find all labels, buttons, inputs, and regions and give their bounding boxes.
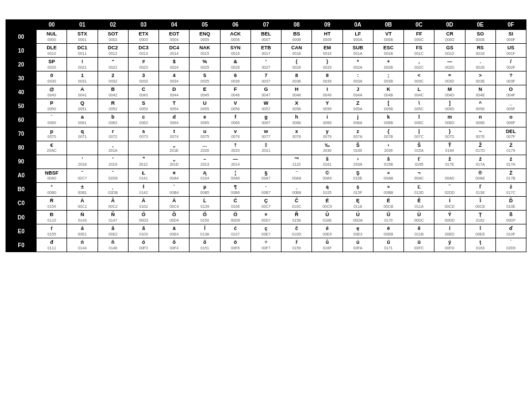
cell-40-10: J004A xyxy=(342,85,373,99)
cell-F0-6: ö00F6 xyxy=(220,238,250,252)
cell-50-8: X0058 xyxy=(282,99,312,113)
cell-60-2: b0062 xyxy=(98,113,128,127)
table-row: 70p0070q0071r0072s0073t0074u0075v0076w00… xyxy=(6,127,526,141)
cell-50-15: _005F xyxy=(495,99,526,113)
cell-00-14: SO000E xyxy=(465,30,495,44)
cell-20-13: —002D xyxy=(434,58,465,71)
cell-F0-4: ô00F4 xyxy=(159,238,190,252)
cell-20-8: (0028 xyxy=(282,58,312,71)
col-header-0D: 0D xyxy=(434,20,465,30)
cell-A0-11: «00AB xyxy=(373,168,403,182)
col-header-0E: 0E xyxy=(465,20,495,30)
cell-90-2: '2019 xyxy=(98,155,128,168)
cell-50-2: R0052 xyxy=(98,99,128,113)
cell-50-13: ]005D xyxy=(434,99,465,113)
cell-40-8: H0048 xyxy=(282,85,312,99)
cell-E0-3: ă0103 xyxy=(128,224,158,238)
cell-60-10: j006A xyxy=(342,113,373,127)
cell-00-7: BEL0007 xyxy=(250,30,281,44)
cell-30-8: 80038 xyxy=(282,71,312,85)
cell-40-4: D0044 xyxy=(159,85,190,99)
cell-00-5: ENQ0005 xyxy=(190,30,220,44)
cell-B0-4: ´00B4 xyxy=(159,182,190,196)
cell-50-12: \005C xyxy=(404,99,434,113)
row-header-50: 50 xyxy=(6,99,37,113)
cell-90-0 xyxy=(37,155,67,168)
cell-C0-9: É00C9 xyxy=(312,196,342,210)
cell-10-4: DC40014 xyxy=(159,44,190,58)
cell-A0-14: ®00AE xyxy=(465,168,495,182)
cell-10-10: SUB001A xyxy=(342,44,373,58)
cell-C0-2: Â00C2 xyxy=(98,196,128,210)
cell-60-9: i0069 xyxy=(312,113,342,127)
cell-70-12: |007C xyxy=(404,127,434,141)
cell-E0-1: á00E1 xyxy=(67,224,98,238)
cell-E0-4: ä00E4 xyxy=(159,224,190,238)
cell-30-1: 10031 xyxy=(67,71,98,85)
cell-20-4: $0024 xyxy=(159,58,190,71)
cell-30-3: 30033 xyxy=(128,71,158,85)
cell-90-12: ť0165 xyxy=(404,155,434,168)
cell-80-5: …2026 xyxy=(190,141,220,155)
cell-80-4: „201E xyxy=(159,141,190,155)
cell-40-0: @0040 xyxy=(37,85,67,99)
cell-60-14: n006E xyxy=(465,113,495,127)
table-row: 80€20AC‚201A„201E…2026†2020‡2021‰2030Š01… xyxy=(6,141,526,155)
cell-10-1: DC10011 xyxy=(67,44,98,58)
cell-20-7: '0027 xyxy=(250,58,281,71)
table-row: E0ŕ0155á00E1â00E2ă0103ä00E4ĺ013Ać0107ç00… xyxy=(6,224,526,238)
col-header-05: 05 xyxy=(190,20,220,30)
cell-20-15: /002F xyxy=(495,58,526,71)
cell-C0-5: Ĺ0139 xyxy=(190,196,220,210)
col-header-03: 03 xyxy=(128,20,158,30)
cell-70-9: y0079 xyxy=(312,127,342,141)
cell-C0-4: Ä00C4 xyxy=(159,196,190,210)
cell-20-1: !0021 xyxy=(67,58,98,71)
cell-20-5: %0025 xyxy=(190,58,220,71)
cell-40-5: E0045 xyxy=(190,85,220,99)
col-header-04: 04 xyxy=(159,20,190,30)
cell-40-13: M004D xyxy=(434,85,465,99)
cell-90-4: „201D xyxy=(159,155,190,168)
row-header-E0: E0 xyxy=(6,224,37,238)
row-header-C0: C0 xyxy=(6,196,37,210)
cell-E0-0: ŕ0155 xyxy=(37,224,67,238)
cell-60-11: k006B xyxy=(373,113,403,127)
cell-40-9: I0049 xyxy=(312,85,342,99)
cell-F0-8: ř0159 xyxy=(282,238,312,252)
cell-80-2: ‚201A xyxy=(98,141,128,155)
cell-10-8: CAN0018 xyxy=(282,44,312,58)
cell-A0-5: Ą0104 xyxy=(190,168,220,182)
table-row: 40@0040A0041B0042C0043D0044E0045F0046G00… xyxy=(6,85,526,99)
cell-20-2: "0022 xyxy=(98,58,128,71)
table-row: 20SP0020!0021"0022#0023$0024%0025&0026'0… xyxy=(6,58,526,71)
col-header-02: 02 xyxy=(98,20,128,30)
cell-10-6: SYN0016 xyxy=(220,44,250,58)
cell-F0-0: đ0111 xyxy=(37,238,67,252)
cell-80-14: Ž017D xyxy=(465,141,495,155)
cell-C0-15: Ď010E xyxy=(495,196,526,210)
cell-80-6: †2020 xyxy=(220,141,250,155)
cell-70-14: ~007E xyxy=(465,127,495,141)
cell-30-9: 90039 xyxy=(312,71,342,85)
cell-60-12: l006C xyxy=(404,113,434,127)
cell-B0-8: ¸00B8 xyxy=(282,182,312,196)
row-header-A0: A0 xyxy=(6,168,37,182)
cell-F0-9: ů016F xyxy=(312,238,342,252)
cell-60-5: e0065 xyxy=(190,113,220,127)
cell-D0-12: Ü00DC xyxy=(404,211,434,224)
cell-50-10: Z005A xyxy=(342,99,373,113)
cell-70-7: w0077 xyxy=(250,127,281,141)
col-header-06: 06 xyxy=(220,20,250,30)
row-header-F0: F0 xyxy=(6,238,37,252)
table-row: C0Ŕ0154Á00C1Â00C2Ă0102Ä00C4Ĺ0139Ć0106Ç00… xyxy=(6,196,526,210)
cell-A0-10: Ş015E xyxy=(342,168,373,182)
cell-F0-5: ő0151 xyxy=(190,238,220,252)
cell-F0-11: ű0171 xyxy=(373,238,403,252)
cell-A0-3: Ł0141 xyxy=(128,168,158,182)
col-header-09: 09 xyxy=(312,20,342,30)
cell-90-9: š0161 xyxy=(312,155,342,168)
cell-F0-14: ţ0163 xyxy=(465,238,495,252)
cell-F0-1: ń0144 xyxy=(67,238,98,252)
cell-F0-10: ú00FA xyxy=(342,238,373,252)
